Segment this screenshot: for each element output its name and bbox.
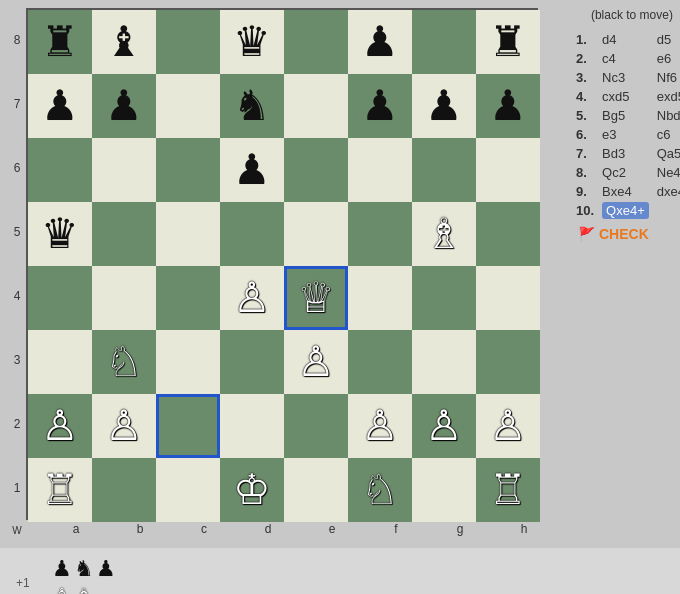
square-h7[interactable]: ♟ (476, 74, 540, 138)
move-white-9[interactable]: Bxe4 (598, 182, 653, 201)
square-f1[interactable]: ♘ (348, 458, 412, 522)
square-e5[interactable] (284, 202, 348, 266)
square-a3[interactable] (28, 330, 92, 394)
move-white-3[interactable]: Nc3 (598, 68, 653, 87)
move-black-6[interactable]: c6 (653, 125, 680, 144)
square-e7[interactable] (284, 74, 348, 138)
square-a1[interactable]: ♖ (28, 458, 92, 522)
square-b5[interactable] (92, 202, 156, 266)
square-a6[interactable] (28, 138, 92, 202)
piece-f8: ♟ (361, 21, 399, 63)
square-d7[interactable]: ♞ (220, 74, 284, 138)
move-black-2[interactable]: e6 (653, 49, 680, 68)
square-c6[interactable] (156, 138, 220, 202)
square-g3[interactable] (412, 330, 476, 394)
square-a4[interactable] (28, 266, 92, 330)
square-b6[interactable] (92, 138, 156, 202)
piece-b7: ♟ (105, 85, 143, 127)
square-c3[interactable] (156, 330, 220, 394)
square-c5[interactable] (156, 202, 220, 266)
move-black-9[interactable]: dxe4 (653, 182, 680, 201)
move-white-10[interactable]: Qxe4+ (598, 201, 653, 220)
move-row-5: 5.Bg5Nbd7 (572, 106, 680, 125)
move-white-7[interactable]: Bd3 (598, 144, 653, 163)
move-white-6[interactable]: e3 (598, 125, 653, 144)
square-a7[interactable]: ♟ (28, 74, 92, 138)
square-g7[interactable]: ♟ (412, 74, 476, 138)
square-e4[interactable]: ♕ (284, 266, 348, 330)
move-black-4[interactable]: exd5 (653, 87, 680, 106)
square-c7[interactable] (156, 74, 220, 138)
square-d4[interactable]: ♙ (220, 266, 284, 330)
move-white-5[interactable]: Bg5 (598, 106, 653, 125)
square-d2[interactable] (220, 394, 284, 458)
square-f2[interactable]: ♙ (348, 394, 412, 458)
move-row-1: 1.d4d5 (572, 30, 680, 49)
square-f3[interactable] (348, 330, 412, 394)
square-g6[interactable] (412, 138, 476, 202)
square-f6[interactable] (348, 138, 412, 202)
square-g2[interactable]: ♙ (412, 394, 476, 458)
square-f8[interactable]: ♟ (348, 10, 412, 74)
square-b3[interactable]: ♘ (92, 330, 156, 394)
square-a5[interactable]: ♛ (28, 202, 92, 266)
move-black-3[interactable]: Nf6 (653, 68, 680, 87)
move-black-1[interactable]: d5 (653, 30, 680, 49)
square-b1[interactable] (92, 458, 156, 522)
move-white-1[interactable]: d4 (598, 30, 653, 49)
rank-label-4: 4 (8, 264, 26, 328)
move-black-10[interactable] (653, 201, 680, 220)
piece-d7: ♞ (233, 85, 271, 127)
move-white-2[interactable]: c4 (598, 49, 653, 68)
square-g5[interactable]: ♗ (412, 202, 476, 266)
move-white-8[interactable]: Qc2 (598, 163, 653, 182)
square-c1[interactable] (156, 458, 220, 522)
square-g8[interactable] (412, 10, 476, 74)
square-e2[interactable] (284, 394, 348, 458)
move-black-8[interactable]: Ne4 (653, 163, 680, 182)
square-d6[interactable]: ♟ (220, 138, 284, 202)
captured-black-2: ♟ (96, 556, 116, 582)
square-d1[interactable]: ♔ (220, 458, 284, 522)
piece-g7: ♟ (425, 85, 463, 127)
square-b4[interactable] (92, 266, 156, 330)
piece-g5: ♗ (425, 213, 463, 255)
square-g4[interactable] (412, 266, 476, 330)
square-h3[interactable] (476, 330, 540, 394)
square-c2[interactable] (156, 394, 220, 458)
piece-e4: ♕ (297, 277, 335, 319)
file-label-c: c (172, 520, 236, 540)
side-panel: (black to move) 1.d4d52.c4e63.Nc3Nf64.cx… (572, 8, 680, 540)
piece-d8: ♛ (233, 21, 271, 63)
square-d8[interactable]: ♛ (220, 10, 284, 74)
square-e6[interactable] (284, 138, 348, 202)
square-b7[interactable]: ♟ (92, 74, 156, 138)
square-d5[interactable] (220, 202, 284, 266)
move-black-5[interactable]: Nbd7 (653, 106, 680, 125)
square-h1[interactable]: ♖ (476, 458, 540, 522)
square-c8[interactable] (156, 10, 220, 74)
square-e3[interactable]: ♙ (284, 330, 348, 394)
move-black-7[interactable]: Qa5 (653, 144, 680, 163)
square-d3[interactable] (220, 330, 284, 394)
square-f5[interactable] (348, 202, 412, 266)
square-e1[interactable] (284, 458, 348, 522)
square-c4[interactable] (156, 266, 220, 330)
main-area: 87654321 ♜♝♛♟♜♟♟♞♟♟♟♟♛♗♙♕♘♙♙♙♙♙♙♖♔♘♖ W a… (0, 0, 680, 548)
square-b8[interactable]: ♝ (92, 10, 156, 74)
square-h6[interactable] (476, 138, 540, 202)
square-a8[interactable]: ♜ (28, 10, 92, 74)
square-f7[interactable]: ♟ (348, 74, 412, 138)
square-g1[interactable] (412, 458, 476, 522)
square-f4[interactable] (348, 266, 412, 330)
square-h5[interactable] (476, 202, 540, 266)
square-b2[interactable]: ♙ (92, 394, 156, 458)
square-a2[interactable]: ♙ (28, 394, 92, 458)
chess-board[interactable]: ♜♝♛♟♜♟♟♞♟♟♟♟♛♗♙♕♘♙♙♙♙♙♙♖♔♘♖ (26, 8, 538, 520)
square-h8[interactable]: ♜ (476, 10, 540, 74)
plus-one-label: +1 (16, 576, 40, 590)
square-e8[interactable] (284, 10, 348, 74)
square-h2[interactable]: ♙ (476, 394, 540, 458)
square-h4[interactable] (476, 266, 540, 330)
move-white-4[interactable]: cxd5 (598, 87, 653, 106)
